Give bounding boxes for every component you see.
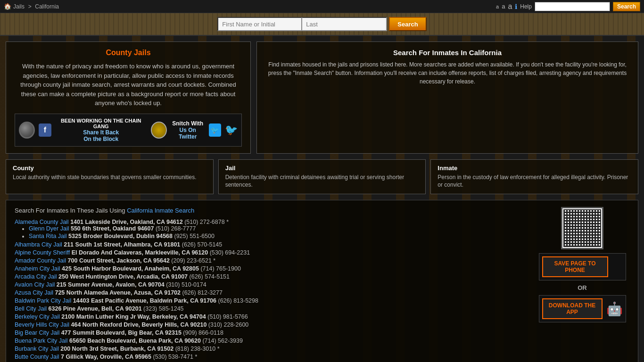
jail-entry: Big Bear City Jail 477 Summit Boulevard,… <box>15 329 528 336</box>
top-search-input[interactable] <box>535 2 610 11</box>
inmate-search-link[interactable]: California Inmate Search <box>127 207 194 214</box>
jail-entry: Anaheim City Jail 425 South Harbor Boule… <box>15 265 528 272</box>
main-content: County Jails With the nature of privacy … <box>0 36 644 362</box>
listing-content: Search For Inmates In These Jails Using … <box>15 207 528 362</box>
jail-name-link[interactable]: Alameda County Jail <box>15 219 69 225</box>
jail-entry: Arcadia City Jail 250 West Huntington Dr… <box>15 273 528 280</box>
font-size-medium[interactable]: a <box>502 3 505 10</box>
info-card-county: County Local authority within state boun… <box>6 159 214 195</box>
jail-name-link[interactable]: Berkeley City Jail <box>15 313 60 320</box>
help-label[interactable]: Help <box>520 3 532 10</box>
bird-icon: 🐦 <box>225 124 238 136</box>
jail-name-link[interactable]: Buena Park City Jail <box>15 337 68 344</box>
jail-entry: Alpine County Sheriff El Dorado And Cala… <box>15 249 528 256</box>
main-listing: Search For Inmates In These Jails Using … <box>6 200 638 362</box>
top-search-button[interactable]: Search <box>613 2 640 11</box>
breadcrumb-jails-link[interactable]: Jails <box>13 3 25 10</box>
share-text: BEEN WORKING ON THE CHAIN GANG Share It … <box>55 118 147 142</box>
breadcrumb-current: California <box>35 3 59 10</box>
jail-entry: Butte County Jail 7 Gillick Way, Orovill… <box>15 354 528 360</box>
jail-name-link[interactable]: Baldwin Park City Jail <box>15 297 71 304</box>
jail-name-link[interactable]: Azusa City Jail <box>15 289 53 296</box>
qr-code <box>561 207 603 249</box>
county-jails-description: With the nature of privacy and freedom t… <box>15 62 242 108</box>
search-inmates-title: Search For Inmates In California <box>265 49 629 57</box>
jail-name-link[interactable]: Amador County Jail <box>15 257 66 264</box>
jail-name-link[interactable]: Big Bear City Jail <box>15 329 59 336</box>
info-card-county-title: County <box>13 165 206 172</box>
qr-inner <box>563 209 601 247</box>
info-card-inmate-title: Inmate <box>438 165 631 172</box>
top-content-row: County Jails With the nature of privacy … <box>6 41 638 154</box>
sub-jail-item: Glenn Dyer Jail 550 6th Street, Oakland … <box>29 225 528 232</box>
search-inmates-box: Search For Inmates In California Find in… <box>256 41 638 154</box>
first-name-input[interactable] <box>217 17 302 31</box>
facebook-icon[interactable]: f <box>39 123 51 137</box>
font-size-small[interactable]: a <box>496 4 499 9</box>
search-bar: Search <box>0 13 644 36</box>
sub-jail-item: Santa Rita Jail 5325 Broder Boulevard, D… <box>29 233 528 239</box>
main-search-button[interactable]: Search <box>389 17 426 31</box>
county-jails-info-box: County Jails With the nature of privacy … <box>6 41 251 154</box>
sub-jail-link[interactable]: Glenn Dyer Jail <box>29 225 69 232</box>
top-bar: 🏠 Jails > California a a a ℹ Help Search <box>0 0 644 13</box>
badge-icon <box>151 122 167 139</box>
jail-name-link[interactable]: Butte County Jail <box>15 354 59 360</box>
android-icon: 🤖 <box>606 301 623 317</box>
jail-entry: Baldwin Park City Jail 14403 East Pacifi… <box>15 297 528 304</box>
breadcrumb: Jails > California <box>13 3 59 10</box>
social-banner: f BEEN WORKING ON THE CHAIN GANG Share I… <box>15 114 242 147</box>
save-phone-row: SAVE PAGE TO PHONE <box>539 253 626 280</box>
info-card-jail: Jail Detention facility with criminal de… <box>218 159 426 195</box>
search-inmates-description: Find inmates housed in the jails and pri… <box>265 60 629 86</box>
info-card-inmate-desc: Person in the custody of law enforcement… <box>438 173 631 189</box>
jail-entry: Buena Park City Jail 65650 Beach Bouleva… <box>15 337 528 344</box>
jail-name-link[interactable]: Alpine County Sheriff <box>15 249 70 256</box>
info-cards-row: County Local authority within state boun… <box>6 159 638 195</box>
info-card-jail-title: Jail <box>225 165 419 172</box>
jail-entry: Beverly Hills City Jail 464 North Rexfor… <box>15 321 528 328</box>
sub-jail-link[interactable]: Santa Rita Jail <box>29 233 67 239</box>
listing-heading: Search For Inmates In These Jails Using … <box>15 207 528 214</box>
jail-entry: Bell City Jail 6326 Pine Avenue, Bell, C… <box>15 305 528 312</box>
last-name-input[interactable] <box>302 17 387 31</box>
save-phone-button[interactable]: SAVE PAGE TO PHONE <box>542 256 608 277</box>
font-controls: a a a ℹ Help Search <box>496 2 640 11</box>
jail-entry: Azusa City Jail 725 North Alameda Avenue… <box>15 289 528 296</box>
jail-name-link[interactable]: Burbank City Jail <box>15 346 59 352</box>
font-size-large[interactable]: a <box>508 2 512 11</box>
info-card-inmate: Inmate Person in the custody of law enfo… <box>430 159 638 195</box>
jail-entry: Alhambra City Jail 211 South 1st Street,… <box>15 241 528 248</box>
help-icon: ℹ <box>515 3 517 10</box>
jail-name-link[interactable]: Bell City Jail <box>15 305 47 312</box>
jail-name-link[interactable]: Avalon City Jail <box>15 281 55 288</box>
info-card-county-desc: Local authority within state boundaries … <box>13 173 206 181</box>
jail-entry: Alameda County Jail 1401 Lakeside Drive,… <box>15 219 528 239</box>
download-app-button[interactable]: DOWNLOAD THE APP <box>542 298 603 319</box>
info-card-jail-desc: Detention facility with criminal detaine… <box>225 173 419 189</box>
or-label: OR <box>578 284 587 291</box>
county-jails-title: County Jails <box>15 49 242 57</box>
jail-entry: Amador County Jail 700 Court Street, Jac… <box>15 257 528 264</box>
jail-list: Alameda County Jail 1401 Lakeside Drive,… <box>15 219 528 362</box>
breadcrumb-sep: > <box>28 3 32 10</box>
jail-name-link[interactable]: Arcadia City Jail <box>15 273 57 280</box>
twitter-icon[interactable]: 🐦 <box>209 123 221 137</box>
chain-ball-icon <box>19 122 35 139</box>
snitch-text: Snitch With Us On Twitter <box>171 120 205 140</box>
jail-name-link[interactable]: Beverly Hills City Jail <box>15 321 69 328</box>
jail-entry: Avalon City Jail 215 Sumner Avenue, Aval… <box>15 281 528 288</box>
jail-entry: Burbank City Jail 200 North 3rd Street, … <box>15 346 528 352</box>
download-app-row: DOWNLOAD THE APP 🤖 <box>539 295 626 322</box>
app-section: SAVE PAGE TO PHONE OR DOWNLOAD THE APP 🤖 <box>535 207 629 362</box>
jail-entry: Berkeley City Jail 2100 Martin Luther Ki… <box>15 313 528 320</box>
jail-name-link[interactable]: Anaheim City Jail <box>15 265 60 272</box>
home-icon[interactable]: 🏠 <box>4 3 11 10</box>
jail-name-link[interactable]: Alhambra City Jail <box>15 241 62 248</box>
